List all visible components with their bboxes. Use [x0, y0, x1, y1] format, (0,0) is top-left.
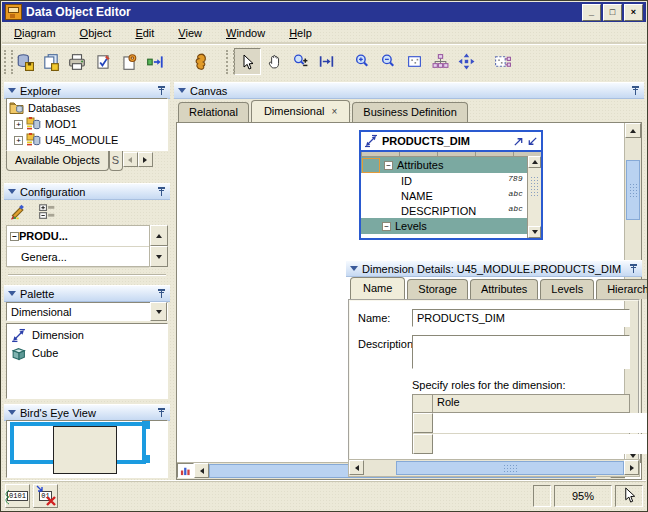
palette-item-dimension[interactable]: Dimension	[9, 326, 165, 344]
zoom-out-button[interactable]	[376, 49, 401, 74]
tab-scroll-left-button[interactable]	[123, 152, 138, 167]
close-button[interactable]: ×	[624, 4, 643, 21]
configure-brush-icon[interactable]	[8, 202, 26, 220]
collapse-icon[interactable]	[8, 291, 16, 296]
menu-object[interactable]: Object	[72, 25, 120, 41]
explorer-header[interactable]: Explorer	[4, 82, 170, 99]
collapse-icon[interactable]	[350, 266, 358, 271]
scroll-up-button[interactable]	[528, 156, 541, 168]
row-header-cell[interactable]	[413, 434, 433, 454]
collapse-icon[interactable]	[8, 88, 16, 93]
maximize-object-icon[interactable]	[513, 136, 524, 147]
generate-button[interactable]	[116, 49, 141, 74]
scroll-down-button[interactable]	[528, 226, 541, 238]
tab-hierarchies[interactable]: Hierarchies	[596, 279, 648, 299]
dimension-object-products-dim[interactable]: PRODUCTS_DIM − Attributes	[359, 130, 543, 240]
restore-object-icon[interactable]	[527, 136, 538, 147]
minimize-button[interactable]: _	[582, 4, 601, 21]
tab-available-objects[interactable]: Available Objects	[6, 151, 109, 171]
expand-all-button[interactable]	[454, 49, 479, 74]
details-header[interactable]: Dimension Details: U45_MODULE.PRODUCTS_D…	[346, 260, 642, 277]
palette-header[interactable]: Palette	[4, 285, 170, 302]
tree-label[interactable]: Databases	[28, 102, 81, 114]
viewport-handle[interactable]	[142, 455, 150, 463]
birdseye-view[interactable]	[6, 420, 168, 478]
select-tool-button[interactable]	[234, 48, 261, 75]
dropdown-button[interactable]	[150, 302, 167, 321]
collapse-box-icon[interactable]: −	[382, 222, 391, 231]
save-button[interactable]	[12, 49, 37, 74]
roles-table-row[interactable]	[413, 413, 629, 434]
fit-window-button[interactable]	[402, 49, 427, 74]
pin-icon[interactable]	[157, 187, 166, 196]
scroll-left-button[interactable]	[194, 463, 209, 478]
expand-rows-icon[interactable]	[38, 202, 56, 220]
row-header-cell[interactable]	[413, 413, 433, 433]
config-row-product[interactable]: − PRODU...	[7, 226, 149, 247]
collapse-icon[interactable]	[178, 88, 186, 93]
column-header-role[interactable]: Role	[433, 395, 648, 412]
palette-category-dropdown[interactable]: Dimensional	[6, 302, 168, 321]
collapse-icon[interactable]	[8, 410, 16, 415]
scrollbar-thumb[interactable]	[396, 461, 624, 475]
owb-logo-button[interactable]	[188, 49, 213, 74]
attribute-row-id[interactable]: ID 789	[361, 173, 541, 188]
attribute-row-description[interactable]: DESCRIPTION abc	[361, 203, 541, 218]
pin-icon[interactable]	[631, 86, 640, 95]
tab-storage[interactable]: Storage	[407, 279, 468, 299]
interactive-zoom-button[interactable]	[288, 49, 313, 74]
tab-dimensional[interactable]: Dimensional×	[251, 100, 350, 122]
save-all-button[interactable]	[38, 49, 63, 74]
description-input[interactable]	[412, 335, 630, 369]
role-cell[interactable]	[433, 434, 648, 454]
menu-edit[interactable]: Edit	[127, 25, 162, 41]
validate-button[interactable]	[90, 49, 115, 74]
roles-table-row[interactable]	[413, 434, 629, 454]
tree-label[interactable]: U45_MODULE	[45, 134, 118, 146]
name-input[interactable]	[412, 309, 630, 327]
group-attributes[interactable]: − Attributes	[361, 157, 541, 173]
config-row-general[interactable]: Genera...	[7, 247, 149, 268]
viewport-handle[interactable]	[142, 421, 150, 429]
tab-business-definition[interactable]: Business Definition	[352, 102, 468, 122]
collapse-box-icon[interactable]: −	[384, 161, 393, 170]
scroll-right-button[interactable]	[624, 460, 639, 475]
menu-window[interactable]: Window	[218, 25, 273, 41]
auto-layout-button[interactable]	[428, 49, 453, 74]
title-bar[interactable]: Data Object Editor _ □ ×	[2, 2, 646, 22]
collapse-icon[interactable]	[8, 189, 16, 194]
scroll-up-button[interactable]	[150, 225, 168, 246]
tree-item-databases[interactable]: Databases	[9, 100, 165, 116]
scrollbar-thumb[interactable]	[626, 160, 640, 220]
pin-icon[interactable]	[157, 408, 166, 417]
expand-icon[interactable]: +	[14, 120, 23, 129]
close-tab-icon[interactable]: ×	[331, 106, 337, 117]
configuration-header[interactable]: Configuration	[4, 183, 170, 200]
scroll-up-button[interactable]	[625, 123, 641, 138]
tree-label[interactable]: MOD1	[45, 118, 77, 130]
scroll-left-button[interactable]	[349, 460, 364, 475]
zoom-in-button[interactable]	[350, 49, 375, 74]
selection-cell[interactable]	[362, 158, 380, 173]
scroll-down-button[interactable]	[150, 246, 168, 267]
no-debug-button[interactable]: 01	[33, 484, 58, 508]
intermediate-results-button[interactable]: 0101	[5, 484, 30, 508]
object-scrollbar[interactable]	[527, 156, 541, 238]
role-cell[interactable]	[433, 413, 648, 433]
pan-tool-button[interactable]	[262, 49, 287, 74]
tab-hidden-partial[interactable]: S	[109, 151, 123, 171]
collapse-box-icon[interactable]: −	[10, 232, 19, 241]
expand-icon[interactable]: +	[14, 136, 23, 145]
pin-icon[interactable]	[629, 264, 638, 273]
tree-item-mod1[interactable]: + MOD1	[9, 116, 165, 132]
tab-scroll-right-button[interactable]	[138, 152, 153, 167]
tab-attributes[interactable]: Attributes	[470, 279, 538, 299]
tab-relational[interactable]: Relational	[178, 102, 249, 122]
sync-button[interactable]	[142, 49, 167, 74]
menu-help[interactable]: Help	[281, 25, 320, 41]
palette-item-cube[interactable]: Cube	[9, 344, 165, 362]
pin-icon[interactable]	[157, 289, 166, 298]
menu-view[interactable]: View	[170, 25, 210, 41]
fit-width-button[interactable]	[314, 49, 339, 74]
canvas-header[interactable]: Canvas	[174, 82, 644, 99]
